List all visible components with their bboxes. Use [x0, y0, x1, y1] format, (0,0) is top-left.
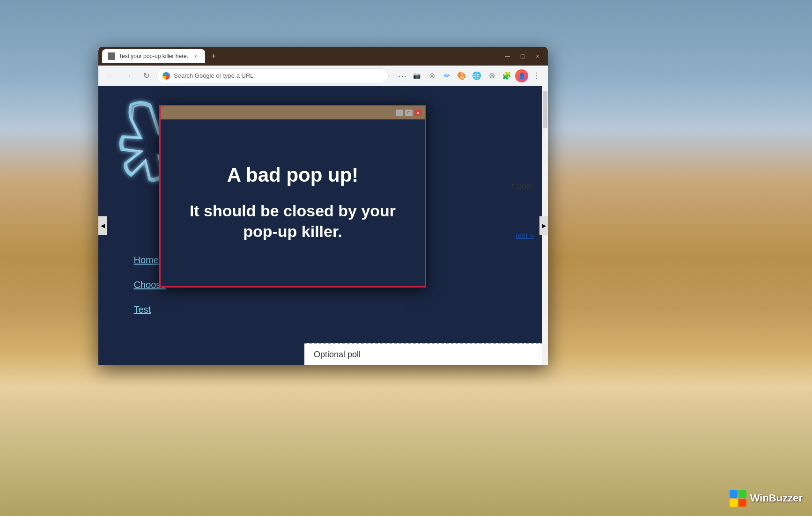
- chrome-window: Test your pop-up killer here. × + ─ □ × …: [98, 47, 548, 365]
- chrome-content: ◀: [98, 86, 548, 365]
- tab-close-button[interactable]: ×: [192, 52, 199, 60]
- vpn-button[interactable]: 🌐: [470, 69, 483, 82]
- more-button[interactable]: ⋯: [395, 69, 408, 82]
- extensions-button[interactable]: 🧩: [500, 69, 513, 82]
- address-text: Search Google or type a URL: [174, 72, 383, 79]
- reload-button[interactable]: ↻: [139, 68, 154, 83]
- nav-test-link[interactable]: Test: [134, 304, 166, 315]
- scroll-left-button[interactable]: ◀: [98, 216, 107, 235]
- poll-title: Optional poll: [314, 350, 361, 359]
- forward-button[interactable]: →: [121, 68, 136, 83]
- tab-title: Test your pop-up killer here.: [119, 53, 188, 59]
- winbuzzer-tiles: [730, 490, 746, 507]
- close-button[interactable]: ×: [531, 50, 544, 63]
- partial-text-line2: er: [513, 141, 534, 169]
- new-tab-button[interactable]: +: [207, 50, 220, 63]
- toolbar-icons: ⋯ 📷 ⊗ ✏ 🎨 🌐 ⊛ 🧩 👤 ⋮: [395, 69, 543, 82]
- popup-minimize-button[interactable]: ─: [396, 110, 403, 116]
- tab-favicon: [108, 52, 115, 60]
- optional-poll: Optional poll: [304, 343, 548, 365]
- scrollbar-thumb[interactable]: [543, 91, 547, 128]
- window-controls: ─ □ ×: [501, 50, 544, 63]
- back-button[interactable]: ←: [103, 68, 118, 83]
- media-button[interactable]: 📷: [410, 69, 423, 82]
- popup-maximize-button[interactable]: □: [405, 110, 413, 116]
- winbuzzer-logo: WinBuzzer: [730, 490, 803, 507]
- popup-window: ─ □ × A bad pop up! It should be closed …: [159, 105, 426, 287]
- popup-titlebar: ─ □ ×: [161, 106, 425, 119]
- chrome-toolbar: ← → ↻ Search Google or type a URL ⋯ 📷 ⊗ …: [98, 66, 548, 86]
- profile-avatar[interactable]: 👤: [515, 69, 528, 82]
- popup-title: A bad pop up!: [227, 164, 359, 186]
- account-button[interactable]: ⊗: [425, 69, 438, 82]
- ink-button[interactable]: ✏: [440, 69, 453, 82]
- scroll-right-button[interactable]: ▶: [539, 216, 548, 235]
- popup-close-button[interactable]: ×: [414, 110, 422, 116]
- layers-button[interactable]: ⊛: [485, 69, 498, 82]
- maximize-button[interactable]: □: [516, 50, 529, 63]
- google-logo-icon: [162, 72, 170, 80]
- winbuzzer-text: WinBuzzer: [750, 492, 803, 504]
- partial-test-link[interactable]: test »: [516, 231, 534, 240]
- color-button[interactable]: 🎨: [455, 69, 468, 82]
- partial-lower-line1: r pop-: [512, 180, 534, 192]
- partial-right-text: t er: [513, 114, 534, 168]
- chrome-tab[interactable]: Test your pop-up killer here. ×: [102, 49, 205, 63]
- chrome-titlebar: Test your pop-up killer here. × + ─ □ ×: [98, 47, 548, 66]
- menu-button[interactable]: ⋮: [530, 69, 543, 82]
- tile-green: [738, 490, 746, 498]
- tile-yellow: [730, 499, 738, 507]
- minimize-button[interactable]: ─: [501, 50, 514, 63]
- tile-red: [738, 499, 746, 507]
- partial-lower-text: r pop-: [512, 180, 534, 192]
- partial-text-line1: t: [513, 114, 534, 141]
- popup-content: A bad pop up! It should be closed by you…: [161, 119, 425, 286]
- tile-blue: [730, 490, 738, 498]
- address-bar[interactable]: Search Google or type a URL: [156, 68, 389, 83]
- popup-body: It should be closed by your pop-up kille…: [175, 200, 411, 242]
